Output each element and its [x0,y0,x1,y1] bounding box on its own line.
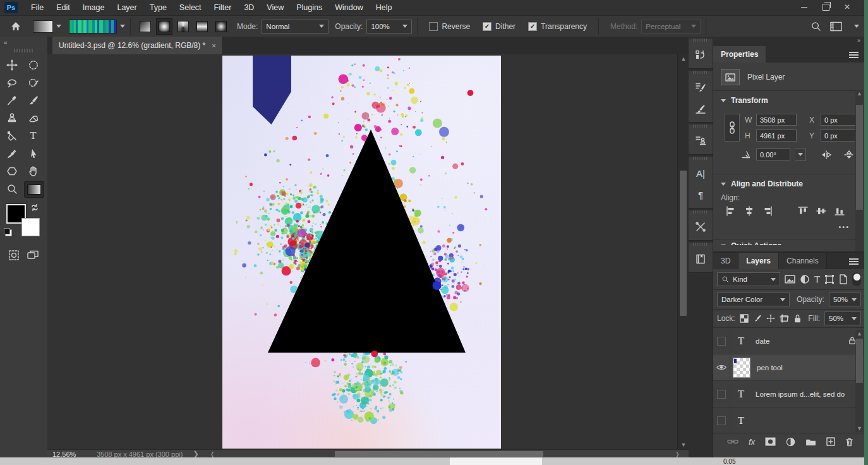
gradient-preset-picker[interactable] [21,20,61,33]
delete-layer-icon[interactable] [845,437,853,447]
brushes-icon[interactable] [689,98,713,119]
gradient-tool[interactable] [24,181,44,198]
object-selection-tool[interactable] [24,75,43,90]
menu-file[interactable]: File [25,0,50,15]
tab-channels[interactable]: Channels [779,253,827,269]
layer-name[interactable]: pen tool [757,364,783,371]
lasso-tool[interactable] [3,75,21,90]
layer-opacity-select[interactable]: 50% [829,293,861,306]
angle-dropdown[interactable] [795,148,806,161]
filter-adjustment-icon[interactable] [800,274,810,284]
clone-source-icon[interactable] [689,130,713,152]
align-center-horizontal-icon[interactable] [744,206,754,216]
tab-layers[interactable]: Layers [738,253,779,269]
character-icon[interactable]: A| [689,162,713,184]
menu-window[interactable]: Window [329,0,369,15]
menu-edit[interactable]: Edit [50,0,76,15]
vertical-scrollbar[interactable]: ▲ ▼ [677,54,689,449]
link-dimensions-icon[interactable] [725,114,740,142]
filter-toggle[interactable] [852,272,861,286]
canvas-pasteboard[interactable] [47,54,677,449]
hscroll-right-icon[interactable]: ❭ [675,451,680,457]
search-icon[interactable] [811,21,821,32]
menu-image[interactable]: Image [76,0,111,15]
align-top-icon[interactable] [798,206,808,216]
link-layers-icon[interactable] [727,438,738,445]
paragraph-icon[interactable]: ¶ [689,184,713,205]
home-icon[interactable] [10,21,21,32]
quick-mask-icon[interactable] [8,250,20,261]
collapse-toolbar-icon[interactable]: « [0,37,47,49]
filter-pixel-icon[interactable] [785,275,795,284]
filter-type-icon[interactable]: T [814,274,820,285]
tab-properties[interactable]: Properties [713,46,766,63]
paint-bucket-tool[interactable] [3,128,21,143]
screen-mode-icon[interactable] [27,250,39,261]
height-field[interactable]: 4961 px [756,130,797,142]
layers-scrollbar[interactable]: ▲ ▼ [855,330,864,432]
new-group-icon[interactable] [805,438,816,446]
close-button[interactable]: ✕ [836,0,858,14]
flip-vertical-icon[interactable] [844,150,854,159]
swap-colors-icon[interactable] [30,204,39,212]
lock-transparency-icon[interactable] [740,314,749,323]
panel-menu-icon[interactable] [849,258,859,260]
new-layer-icon[interactable] [826,437,835,446]
layer-row-date[interactable]: T date [713,328,865,354]
pen-tool[interactable] [3,146,21,161]
align-middle-vertical-icon[interactable] [816,206,826,216]
width-field[interactable]: 3508 px [756,114,797,126]
visibility-toggle[interactable] [713,408,730,433]
chevron-down-icon[interactable] [854,25,859,28]
move-tool[interactable] [3,57,21,73]
visibility-toggle[interactable] [713,354,730,380]
elliptical-marquee-tool[interactable] [24,57,43,73]
layer-name[interactable]: Lorem ipsum d...elit, sed do [756,390,845,398]
visibility-toggle[interactable] [713,381,730,407]
menu-type[interactable]: Type [143,0,173,15]
zoom-level-field[interactable]: 12.56% [52,450,88,458]
scroll-down-icon[interactable]: ▼ [678,442,689,448]
angle-field[interactable]: 0.00° [756,148,790,160]
brush-settings-icon[interactable] [689,76,713,98]
blend-mode-select[interactable]: Darker Color [717,293,790,306]
scroll-up-icon[interactable]: ▲ [855,90,864,97]
workspace-icon[interactable] [830,21,842,32]
hand-tool[interactable] [24,164,43,179]
gradient-style-diamond[interactable] [213,18,229,35]
gradient-style-radial[interactable] [156,18,172,35]
tools-icon[interactable] [689,216,713,238]
layer-thumbnail[interactable] [733,358,750,378]
gradient-editor[interactable] [61,20,125,33]
scroll-up-icon[interactable]: ▲ [855,330,864,337]
more-options-icon[interactable]: ••• [838,223,850,231]
filter-smart-object-icon[interactable] [839,274,848,284]
scroll-up-icon[interactable]: ▲ [678,56,689,62]
properties-scrollbar[interactable]: ▲ ▼ [855,90,864,268]
libraries-icon[interactable] [689,248,713,270]
visibility-toggle[interactable] [713,328,730,354]
layer-name[interactable]: date [756,337,769,345]
reverse-checkbox[interactable]: Reverse [429,22,470,31]
mode-select[interactable]: Normal [262,20,329,33]
transparency-checkbox[interactable]: ✓ Transparency [528,22,587,31]
close-tab-icon[interactable]: × [212,42,215,49]
brush-tool[interactable] [24,93,43,108]
layer-mask-icon[interactable] [765,437,776,446]
minimize-button[interactable] [793,0,815,14]
properties-scroll-thumb[interactable] [856,105,863,210]
menu-plugins[interactable]: Plugins [290,0,329,15]
eraser-tool[interactable] [24,111,43,126]
background-color-swatch[interactable] [21,218,40,236]
align-section-header[interactable]: Align and Distribute [713,174,865,193]
fill-select[interactable]: 50% [824,311,861,325]
history-icon[interactable] [689,44,713,66]
path-selection-tool[interactable] [24,146,43,161]
vertical-scroll-thumb[interactable] [680,171,687,316]
tab-3d[interactable]: 3D [713,253,738,269]
layers-scroll-thumb[interactable] [856,339,863,383]
canvas-document[interactable] [222,56,501,449]
dither-checkbox[interactable]: ✓ Dither [483,22,515,31]
menu-view[interactable]: View [260,0,290,15]
align-right-icon[interactable] [763,206,773,216]
